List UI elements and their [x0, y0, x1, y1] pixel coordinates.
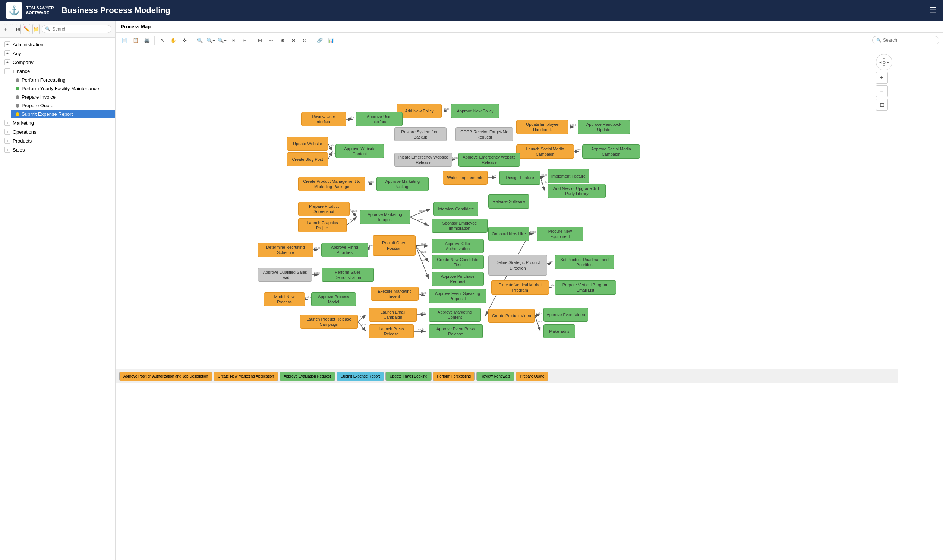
node-procure-new-equipment[interactable]: Procure New Equipment: [537, 227, 583, 241]
sidebar-item-administration[interactable]: +Administration: [0, 40, 115, 49]
node-make-edits[interactable]: Make Edits: [543, 324, 575, 338]
edit-button[interactable]: ✏️: [23, 24, 30, 34]
node-review-user-interface[interactable]: Review User Interface: [301, 112, 346, 126]
toolbar-zoom-out[interactable]: 🔍−: [217, 35, 227, 45]
sidebar-item-prepare-quote[interactable]: Prepare Quote: [11, 101, 115, 110]
sidebar-item-company[interactable]: +Company: [0, 58, 115, 67]
bottom-node-review-renewals[interactable]: Review Renewals: [476, 372, 514, 381]
menu-icon[interactable]: ☰: [929, 5, 937, 15]
toolbar-pan[interactable]: ✋: [168, 35, 179, 45]
toolbar-chart[interactable]: 📊: [326, 35, 336, 45]
tree-toggle-finance[interactable]: −: [5, 68, 11, 74]
toolbar-new[interactable]: 📄: [119, 35, 130, 45]
tree-toggle-any[interactable]: +: [5, 50, 11, 56]
bottom-node-update-travel-booking[interactable]: Update Travel Booking: [386, 372, 431, 381]
node-create-product-video[interactable]: Create Product Video: [488, 309, 535, 323]
node-release-software[interactable]: Release Software: [488, 194, 529, 209]
node-restore-system-from-backup[interactable]: Restore System from Backup: [394, 127, 446, 142]
node-approve-social-media[interactable]: Approve Social Media Campaign: [582, 145, 640, 158]
sidebar-item-prepare-invoice[interactable]: Prepare Invoice: [11, 93, 115, 101]
node-create-blog-post[interactable]: Create Blog Post: [287, 152, 328, 166]
node-create-new-candidate-test[interactable]: Create New Candidate Test: [432, 255, 484, 269]
node-approve-event-press-release[interactable]: Approve Event Press Release: [429, 324, 483, 338]
diagram-search-box[interactable]: 🔍: [872, 36, 939, 44]
node-execute-marketing-event[interactable]: Execute Marketing Event: [371, 287, 418, 301]
node-approve-hiring-priorities[interactable]: Approve Hiring Priorities: [321, 243, 368, 257]
node-launch-press-release[interactable]: Launch Press Release: [369, 324, 414, 338]
node-approve-emergency-release[interactable]: Approve Emergency Website Release: [458, 153, 520, 167]
fit-btn[interactable]: ⊡: [876, 98, 888, 111]
node-approve-process-model[interactable]: Approve Process Model: [311, 292, 356, 306]
node-onboard-new-hire[interactable]: Onboard New Hire: [488, 227, 529, 241]
node-approve-marketing-content[interactable]: Approve Marketing Content: [429, 308, 481, 322]
toolbar-zoom-selection[interactable]: ⊟: [239, 35, 250, 45]
zoom-out-btn[interactable]: −: [876, 85, 888, 97]
node-perform-sales-demonstration[interactable]: Perform Sales Demonstration: [322, 268, 374, 282]
node-approve-new-policy[interactable]: Approve New Policy: [451, 104, 500, 118]
node-sponsor-employee-immigration[interactable]: Sponsor Employee Immigration: [432, 218, 488, 233]
toolbar-auto[interactable]: ⊕: [277, 35, 287, 45]
node-approve-marketing-images[interactable]: Approve Marketing Images: [360, 210, 410, 224]
tree-toggle-marketing[interactable]: +: [5, 120, 11, 126]
node-approve-purchase-request[interactable]: Approve Purchase Request: [432, 272, 484, 286]
node-approve-offer-authorization[interactable]: Approve Offer Authorization: [432, 239, 484, 253]
tree-toggle-sales[interactable]: +: [5, 147, 11, 153]
tree-toggle-administration[interactable]: +: [5, 42, 11, 47]
toolbar-link[interactable]: 🔗: [315, 35, 325, 45]
node-design-feature[interactable]: Design Feature: [500, 171, 540, 185]
node-launch-email-campaign[interactable]: Launch Email Campaign: [369, 308, 417, 322]
bottom-node-approve-position-auth[interactable]: Approve Position Authorization and Job D…: [119, 372, 212, 381]
sidebar-item-submit-expense-report[interactable]: Submit Expense Report: [11, 110, 115, 118]
sidebar-item-operations[interactable]: +Operations: [0, 127, 115, 136]
tree-toggle-company[interactable]: +: [5, 59, 11, 65]
node-recruit-open-position[interactable]: Recruit Open Position: [373, 235, 415, 256]
node-approve-handbook-update[interactable]: Approve Handbook Update: [578, 120, 630, 134]
node-approve-user-interface[interactable]: Approve User Interface: [356, 112, 403, 126]
node-implement-feature[interactable]: Implement Feature: [548, 169, 589, 183]
node-add-new-upgrade-library[interactable]: Add New or Upgrade 3rd-Party Library: [548, 184, 606, 198]
node-launch-product-release-campaign[interactable]: Launch Product Release Campaign: [300, 315, 358, 329]
bottom-node-prepare-quote-bottom[interactable]: Prepare Quote: [516, 372, 549, 381]
toolbar-zoom-area[interactable]: 🔍: [194, 35, 205, 45]
bottom-node-create-new-marketing-app[interactable]: Create New Marketing Application: [214, 372, 278, 381]
sidebar-item-sales[interactable]: +Sales: [0, 145, 115, 154]
toolbar-print[interactable]: 🖨️: [142, 35, 152, 45]
node-set-product-roadmap[interactable]: Set Product Roadmap and Priorities: [555, 255, 614, 269]
node-model-new-process[interactable]: Model New Process: [264, 292, 305, 306]
sidebar-item-products[interactable]: +Products: [0, 136, 115, 145]
node-approve-event-video[interactable]: Approve Event Video: [543, 308, 588, 322]
folder-button[interactable]: 📁: [32, 24, 40, 34]
sidebar-search-input[interactable]: [52, 26, 108, 32]
node-approve-marketing-pkg[interactable]: Approve Marketing Package: [377, 177, 429, 191]
tree-toggle-products[interactable]: +: [5, 138, 11, 144]
pan-control[interactable]: ▲ ◀⊙▶ ▼: [876, 54, 892, 70]
sidebar-item-marketing[interactable]: +Marketing: [0, 118, 115, 127]
sidebar-item-perform-yearly[interactable]: Perform Yearly Facility Maintenance: [11, 84, 115, 93]
node-initiate-emergency-release[interactable]: Initiate Emergency Website Release: [394, 153, 452, 167]
node-execute-vertical-market-program[interactable]: Execute Vertical Market Program: [491, 280, 549, 294]
bottom-node-submit-expense-report-bottom[interactable]: Submit Expense Report: [336, 372, 384, 381]
node-approve-qualified-sales-lead[interactable]: Approve Qualified Sales Lead: [258, 268, 312, 282]
node-create-product-mgmt-pkg[interactable]: Create Product Management to Marketing P…: [298, 177, 365, 191]
node-approve-event-speaking-proposal[interactable]: Approve Event Speaking Proposal: [429, 289, 486, 303]
bottom-node-approve-evaluation-request[interactable]: Approve Evaluation Request: [279, 372, 335, 381]
node-launch-graphics-project[interactable]: Launch Graphics Project: [298, 218, 347, 232]
toolbar-crosshair[interactable]: ✛: [179, 35, 190, 45]
toolbar-copy[interactable]: 📋: [130, 35, 141, 45]
node-interview-candidate[interactable]: Interview Candidate: [434, 202, 478, 216]
toolbar-zoom-in[interactable]: 🔍+: [206, 35, 216, 45]
node-update-website[interactable]: Update Website: [287, 137, 328, 151]
add-button[interactable]: +: [4, 24, 8, 34]
node-prepare-vertical-program-email[interactable]: Prepare Vertical Program Email List: [555, 280, 616, 294]
toolbar-layout[interactable]: ⊹: [266, 35, 276, 45]
node-determine-recruiting-schedule[interactable]: Determine Recruiting Schedule: [258, 243, 313, 257]
toolbar-cluster[interactable]: ⊗: [288, 35, 299, 45]
remove-button[interactable]: −: [10, 24, 14, 34]
node-add-new-policy[interactable]: Add New Policy: [397, 104, 442, 118]
node-update-employee-handbook[interactable]: Update Employee Handbook: [516, 120, 568, 134]
node-prepare-product-screenshot[interactable]: Prepare Product Screenshot: [298, 202, 350, 216]
bottom-node-perform-forecasting-bottom[interactable]: Perform Forecasting: [433, 372, 475, 381]
diagram-canvas[interactable]: callscallscallscallscallscallscallscalls…: [116, 48, 943, 560]
tree-toggle-operations[interactable]: +: [5, 129, 11, 135]
toolbar-hierarchy[interactable]: ⊘: [299, 35, 310, 45]
